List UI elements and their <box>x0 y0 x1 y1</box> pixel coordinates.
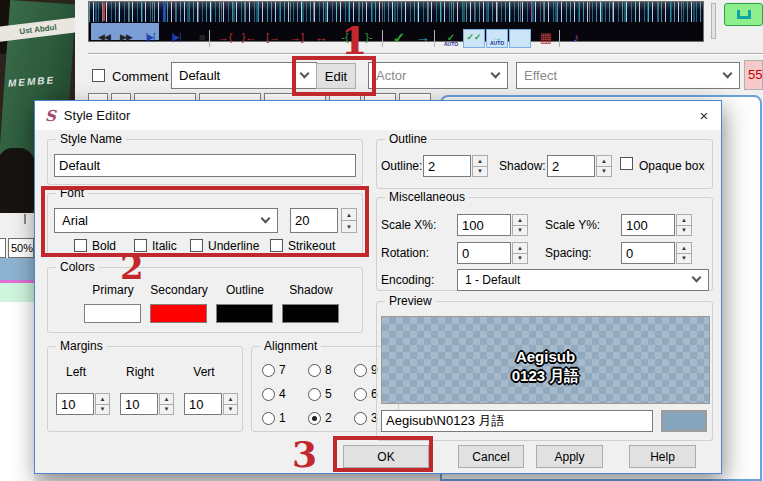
shift-end-forward-icon[interactable]: →] <box>286 29 308 48</box>
audio-marker-video <box>531 3 532 21</box>
apply-button[interactable]: Apply <box>536 445 603 468</box>
preview-group: Preview Aegisub 0123 月語 <box>376 301 713 441</box>
toolbar-separator <box>434 30 435 47</box>
preview-background-color-button[interactable] <box>661 410 707 432</box>
chevron-down-icon <box>491 68 501 78</box>
secondary-color-swatch[interactable] <box>150 304 207 323</box>
shadow-depth-input[interactable] <box>547 155 595 177</box>
auto-next-icon[interactable]: ✓✓ <box>463 29 485 48</box>
scale-y-input[interactable] <box>621 214 675 236</box>
opaque-box-checkbox[interactable] <box>620 157 633 170</box>
scale-y-label: Scale Y%: <box>545 218 600 232</box>
scale-x-input[interactable] <box>457 214 511 236</box>
karaoke-mode-icon[interactable]: ▦ <box>535 29 557 48</box>
annotation-box-step2 <box>41 186 369 257</box>
karaoke-syllable-icon[interactable]: ♪ <box>565 29 587 48</box>
scale-y-spinner[interactable]: ▲▼ <box>676 214 692 236</box>
align-3-radio[interactable]: 3 <box>354 411 378 425</box>
encoding-combobox[interactable]: 1 - Default <box>457 269 709 291</box>
aegisub-window: Ust Abdul MEMBE ◀◀ ▶▶ ]▶[ [▶] ■ →{ }← [→… <box>0 0 763 481</box>
align-7-radio[interactable]: 7 <box>262 363 286 377</box>
encoding-label: Encoding: <box>381 273 434 287</box>
grid-area <box>0 302 34 481</box>
shift-start-back-icon[interactable]: →{ <box>214 29 236 48</box>
align-6-radio[interactable]: 6 <box>354 387 378 401</box>
toolbar-separator <box>209 30 210 47</box>
shadow-color-swatch[interactable] <box>282 304 339 323</box>
close-button[interactable]: × <box>687 101 721 130</box>
outline-width-spinner[interactable]: ▲▼ <box>472 155 488 177</box>
margin-left-input[interactable] <box>56 393 94 415</box>
shadow-depth-spinner[interactable]: ▲▼ <box>596 155 612 177</box>
align-2-radio[interactable]: 2 <box>308 411 332 425</box>
actor-combobox[interactable]: Actor <box>368 62 508 89</box>
margin-left-spinner[interactable]: ▲▼ <box>95 393 110 415</box>
toolbar-separator <box>382 30 383 47</box>
spacing-spinner[interactable]: ▲▼ <box>676 242 692 264</box>
flag-text: Ust Abdul <box>19 23 57 37</box>
volume-slider[interactable] <box>711 3 716 39</box>
video-zoom-select[interactable]: 50% <box>8 238 34 258</box>
annotation-digit-3: 3 <box>292 436 317 472</box>
annotation-box-step3 <box>333 436 433 472</box>
dialog-titlebar[interactable]: S Style Editor <box>35 101 721 130</box>
seek-forward-icon[interactable]: ▶▶ <box>115 29 137 48</box>
primary-color-swatch[interactable] <box>84 304 141 323</box>
scale-x-label: Scale X%: <box>381 218 436 232</box>
colors-group: Colors Primary Secondary Outline Shadow <box>47 267 363 333</box>
align-8-radio[interactable]: 8 <box>308 363 332 377</box>
scale-x-spinner[interactable]: ▲▼ <box>512 214 528 236</box>
dialog-title: Style Editor <box>64 108 130 123</box>
chevron-down-icon <box>723 68 733 78</box>
rotation-input[interactable] <box>457 242 511 264</box>
rotation-label: Rotation: <box>381 246 429 260</box>
audio-marker-end <box>163 3 165 21</box>
commit-icon[interactable]: ✓ <box>388 29 410 48</box>
grid-row-band <box>0 258 34 280</box>
comment-label: Comment <box>112 69 168 84</box>
outline-width-label: Outline: <box>381 159 422 173</box>
shift-end-back-icon[interactable]: [→ <box>262 29 284 48</box>
shift-start-forward-icon[interactable]: }← <box>238 29 260 48</box>
annotation-digit-2: 2 <box>120 250 144 284</box>
play-before-icon[interactable]: ]▶[ <box>139 29 161 48</box>
preview-text-input[interactable] <box>381 410 653 432</box>
outline-label: Outline <box>213 283 277 297</box>
help-button[interactable]: Help <box>629 445 696 468</box>
align-9-radio[interactable]: 9 <box>354 363 378 377</box>
spacing-label: Spacing: <box>545 246 592 260</box>
align-4-radio[interactable]: 4 <box>262 387 286 401</box>
snap-selection-icon[interactable]: ↔ <box>310 29 332 48</box>
spectrum-mode-icon[interactable] <box>509 29 531 48</box>
comment-checkbox[interactable] <box>92 69 105 82</box>
grid-row-band-2 <box>0 283 34 302</box>
margin-vert-input[interactable] <box>184 393 222 415</box>
margin-right-spinner[interactable]: ▲▼ <box>159 393 174 415</box>
auto-scroll-icon[interactable]: →AUTO <box>486 29 508 48</box>
go-to-selection-icon[interactable]: → <box>412 29 434 48</box>
margin-right-input[interactable] <box>120 393 158 415</box>
clipped-widget <box>0 238 6 258</box>
audio-marker-start <box>103 3 105 21</box>
margin-vert-spinner[interactable]: ▲▼ <box>223 393 238 415</box>
align-5-radio[interactable]: 5 <box>308 387 332 401</box>
play-selection-icon[interactable]: [▶] <box>165 29 187 48</box>
outline-width-input[interactable] <box>423 155 471 177</box>
rotation-spinner[interactable]: ▲▼ <box>512 242 528 264</box>
outline-group: Outline Outline: ▲▼ Shadow: ▲▼ Opaque bo… <box>376 139 713 189</box>
chevron-down-icon <box>692 273 702 283</box>
auto-commit-icon[interactable]: ✓AUTO <box>440 29 462 48</box>
secondary-label: Secondary <box>147 283 211 297</box>
opaque-box-label: Opaque box <box>639 159 704 173</box>
preview-text-line2: 0123 月語 <box>382 366 709 385</box>
outline-color-swatch[interactable] <box>216 304 273 323</box>
align-1-radio[interactable]: 1 <box>262 411 286 425</box>
audio-spectrogram[interactable] <box>89 2 703 22</box>
style-name-input[interactable] <box>54 154 356 177</box>
seek-backward-icon[interactable]: ◀◀ <box>93 29 115 48</box>
spacing-input[interactable] <box>621 242 675 264</box>
effect-combobox[interactable]: Effect <box>516 62 740 89</box>
style-name-group: Style Name <box>47 139 363 185</box>
cancel-button[interactable]: Cancel <box>458 445 524 468</box>
green-toggle-button[interactable] <box>724 3 763 26</box>
